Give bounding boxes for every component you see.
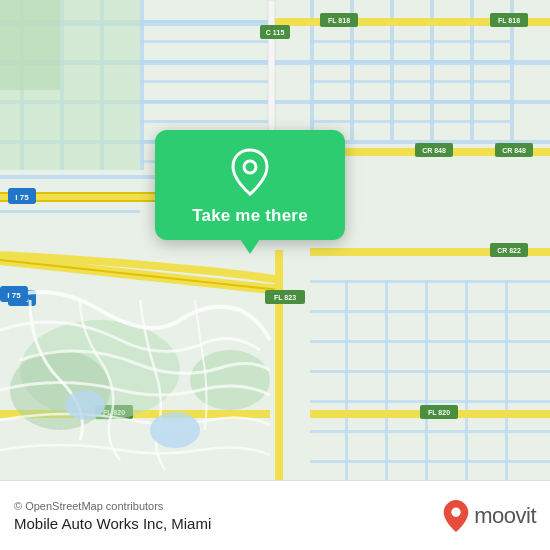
svg-rect-49: [430, 120, 470, 123]
svg-rect-45: [430, 40, 470, 43]
svg-text:FL 818: FL 818: [498, 17, 520, 24]
svg-text:CR 848: CR 848: [422, 147, 446, 154]
svg-point-111: [244, 161, 256, 173]
svg-rect-43: [390, 120, 430, 123]
svg-rect-64: [385, 280, 388, 480]
svg-rect-33: [350, 40, 390, 43]
moovit-logo[interactable]: moovit: [442, 499, 536, 533]
svg-rect-6: [0, 210, 140, 213]
svg-rect-36: [350, 100, 390, 103]
business-name: Mobile Auto Works Inc, Miami: [14, 515, 211, 532]
svg-rect-31: [310, 120, 350, 123]
svg-text:I 75: I 75: [7, 291, 21, 300]
svg-rect-66: [465, 280, 468, 480]
take-me-there-button[interactable]: Take me there: [192, 206, 308, 226]
svg-text:I 75: I 75: [15, 193, 29, 202]
svg-rect-41: [390, 80, 430, 83]
svg-text:FL 818: FL 818: [328, 17, 350, 24]
svg-rect-39: [390, 40, 430, 43]
svg-point-108: [65, 390, 105, 420]
svg-rect-67: [505, 280, 508, 480]
svg-rect-19: [140, 40, 270, 43]
svg-rect-55: [470, 120, 510, 123]
svg-rect-65: [425, 280, 428, 480]
svg-rect-22: [140, 100, 270, 103]
svg-point-107: [150, 412, 200, 448]
svg-rect-52: [470, 60, 510, 63]
svg-rect-42: [390, 100, 430, 103]
svg-rect-27: [310, 40, 350, 43]
svg-rect-35: [350, 80, 390, 83]
location-pin-icon: [226, 148, 274, 196]
svg-rect-53: [470, 80, 510, 83]
svg-rect-51: [470, 40, 510, 43]
svg-rect-103: [0, 0, 60, 90]
svg-rect-14: [140, 0, 144, 170]
svg-rect-30: [310, 100, 350, 103]
svg-rect-34: [350, 60, 390, 63]
svg-text:FL 820: FL 820: [428, 409, 450, 416]
svg-rect-63: [345, 280, 348, 480]
copyright-text: © OpenStreetMap contributors: [14, 500, 211, 512]
svg-rect-37: [350, 120, 390, 123]
svg-text:CR 822: CR 822: [497, 247, 521, 254]
svg-rect-90: [275, 250, 283, 480]
footer: © OpenStreetMap contributors Mobile Auto…: [0, 480, 550, 550]
svg-rect-40: [390, 60, 430, 63]
svg-rect-47: [430, 80, 470, 83]
svg-point-112: [451, 507, 460, 516]
svg-rect-29: [310, 80, 350, 83]
map-container: I 75 I 75 FL 818 FL 818 CR 848 CR 848 CR…: [0, 0, 550, 480]
svg-rect-21: [140, 80, 270, 83]
svg-rect-18: [140, 20, 270, 23]
moovit-text: moovit: [474, 503, 536, 529]
svg-rect-48: [430, 100, 470, 103]
moovit-pin-icon: [442, 499, 470, 533]
svg-rect-28: [310, 60, 350, 63]
svg-rect-54: [470, 100, 510, 103]
svg-rect-46: [430, 60, 470, 63]
svg-rect-20: [140, 60, 270, 63]
svg-text:CR 848: CR 848: [502, 147, 526, 154]
footer-left: © OpenStreetMap contributors Mobile Auto…: [14, 500, 211, 532]
popup-card: Take me there: [155, 130, 345, 240]
svg-point-106: [190, 350, 270, 410]
svg-point-105: [10, 350, 110, 430]
svg-rect-23: [140, 120, 270, 123]
svg-text:C 115: C 115: [266, 29, 285, 36]
svg-text:FL 823: FL 823: [274, 294, 296, 301]
